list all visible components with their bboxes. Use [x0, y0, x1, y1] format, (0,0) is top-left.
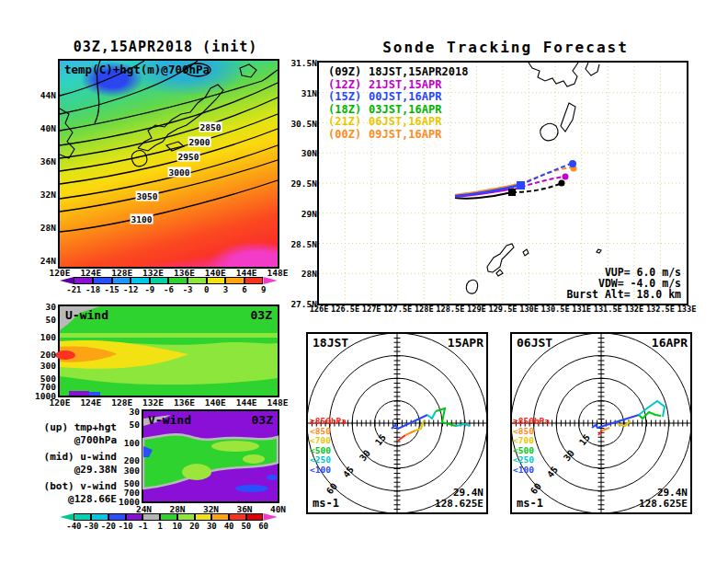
- legend-label: ≥850hPa: [310, 416, 347, 426]
- init-panel-title: 03Z,15APR2018 (init): [48, 39, 283, 55]
- tick-label: 130.5E: [541, 304, 570, 314]
- init-lon-axis: 120E124E128E132E136E140E144E148E: [60, 268, 278, 277]
- tick-label: 30: [46, 302, 56, 312]
- tick-label: 28N: [301, 269, 317, 279]
- hodo2-lon: 128.625E: [511, 499, 688, 510]
- uwind-pressure-axis: 30501002003005007001000: [28, 304, 56, 396]
- colorbar-label: 60: [258, 522, 268, 531]
- contour-label: 3100: [131, 214, 154, 224]
- tracking-title: Sonde Tracking Forecast: [331, 39, 680, 56]
- tick-label: 29N: [301, 208, 317, 218]
- tick-label: 129.5E: [488, 304, 517, 314]
- tick-label: 124E: [80, 397, 101, 408]
- colorbar-label: -15: [105, 285, 119, 294]
- tracking-legend-item: (18Z)03JST,16APR: [328, 104, 468, 117]
- colorbar-label: -18: [85, 285, 100, 294]
- colorbar-label: -21: [66, 285, 81, 294]
- legend-label: <250: [310, 454, 331, 465]
- init-lat-axis: 44N40N36N32N28N24N: [28, 59, 56, 265]
- annotation-up: (up) tmp+hgt @700hPa: [14, 421, 117, 447]
- tick-label: 50: [46, 315, 56, 325]
- tracking-legend-item: (12Z)21JST,15APR: [328, 79, 468, 92]
- field-label: temp(C)+hgt(m)@700hPa: [64, 63, 210, 76]
- temp-colorbar: -21-18-15-12-9-6-30369: [60, 277, 278, 294]
- tick-label: 136E: [174, 397, 195, 408]
- vwind-time-label: 03Z: [252, 413, 273, 427]
- legend-label: ≥850hPa: [513, 416, 550, 426]
- tick-label: 29.5N: [290, 178, 317, 189]
- colorbar: [60, 277, 278, 284]
- legend-label: 00JST,16APR: [369, 90, 441, 103]
- annotation-line: (mid) u-wind: [14, 451, 117, 464]
- colorbar-label: -30: [84, 522, 98, 531]
- tick-label: 128E: [415, 304, 434, 314]
- legend-label: 21JST,15APR: [369, 78, 441, 91]
- legend-label: 09JST,16APR: [369, 128, 441, 141]
- hodo1-lon: 128.625E: [307, 499, 483, 510]
- tick-label: 126E: [310, 304, 329, 314]
- legend-label: <250: [513, 454, 534, 465]
- tracking-legend-item: (00Z)09JST,16APR: [328, 129, 468, 142]
- tick-label: 200: [40, 350, 56, 360]
- legend-label: <700: [310, 435, 331, 445]
- tick-label: 132E: [624, 304, 643, 314]
- contour-label: 2900: [188, 137, 211, 147]
- tick-label: 133E: [677, 304, 697, 314]
- colorbar-label: 3: [223, 285, 228, 294]
- wind-colorbar: -40-30-20-10-11102030405060: [60, 513, 278, 531]
- tick-label: 129E: [467, 304, 486, 314]
- colorbar-label: -6: [164, 285, 174, 294]
- tracking-legend: (09Z)18JST,15APR2018(12Z)21JST,15APR(15Z…: [328, 66, 468, 141]
- legend-utc: (15Z): [328, 91, 369, 104]
- tick-label: 30: [130, 407, 140, 417]
- colorbar: [60, 513, 278, 521]
- tick-label: 44N: [40, 90, 56, 100]
- colorbar-label: 1: [157, 522, 162, 531]
- coastline: [60, 64, 256, 167]
- uwind-lon-axis: 120E124E128E132E136E140E144E148E: [60, 397, 278, 407]
- annotation-bot: (bot) v-wind @128.66E: [14, 480, 117, 506]
- uwind-panel: U-wind 03Z: [58, 304, 279, 397]
- tick-label: 132.5E: [646, 304, 675, 314]
- tick-label: 148E: [267, 397, 289, 408]
- tick-label: 100: [40, 332, 56, 342]
- colorbar-label: -12: [123, 285, 138, 294]
- annotation-line: @128.66E: [14, 493, 117, 506]
- tick-label: 32N: [40, 190, 56, 200]
- legend-utc: (09Z): [328, 66, 369, 79]
- tracking-lat-axis: 31.5N31N30.5N30N29.5N29N28.5N28N27.5N: [282, 57, 317, 309]
- tick-label: 36N: [40, 156, 56, 167]
- legend-label: 18JST,15APR2018: [369, 65, 468, 78]
- info-line: Burst Alt= 18.0 km: [497, 289, 681, 300]
- colorbar-label: 9: [261, 285, 266, 294]
- colorbar-label: 50: [241, 522, 251, 531]
- legend-label: <100: [310, 465, 331, 475]
- colorbar-label: -40: [66, 522, 81, 531]
- uwind-label: U-wind: [65, 308, 108, 322]
- tick-label: 30.5N: [290, 118, 317, 128]
- annotation-line: @700hPa: [14, 434, 117, 447]
- legend-label: <850: [310, 426, 331, 436]
- tick-label: 28N: [40, 223, 56, 233]
- tracking-info: VUP= 6.0 m/s VDW= -4.0 m/s Burst Alt= 18…: [497, 267, 681, 300]
- height-contours-coastline: [60, 61, 278, 267]
- tick-label: 200: [124, 455, 140, 465]
- colorbar-label: -1: [138, 522, 148, 531]
- tick-label: 28.5N: [290, 238, 317, 248]
- hodo1-date: 15APR: [307, 336, 483, 350]
- tick-label: 131.5E: [594, 304, 622, 314]
- tick-label: 144E: [236, 397, 257, 408]
- vwind-lat-axis: 24N28N32N36N40N: [143, 504, 278, 513]
- vwind-label: V-wind: [148, 413, 191, 427]
- colorbar-label: -3: [183, 285, 193, 294]
- colorbar-label: 0: [204, 285, 209, 294]
- annotation-line: @29.38N: [14, 464, 117, 477]
- tick-label: 128.5E: [436, 304, 464, 314]
- hodo2-legend: ≥850hPa<850<700<500<250<100: [513, 417, 550, 475]
- tick-label: 50: [130, 419, 140, 430]
- vwind-panel: V-wind 03Z: [142, 409, 279, 503]
- tick-label: 31.5N: [290, 58, 317, 68]
- contour-label: 2950: [177, 152, 200, 162]
- tick-label: 30N: [301, 148, 317, 158]
- contour-label: 3050: [136, 191, 159, 201]
